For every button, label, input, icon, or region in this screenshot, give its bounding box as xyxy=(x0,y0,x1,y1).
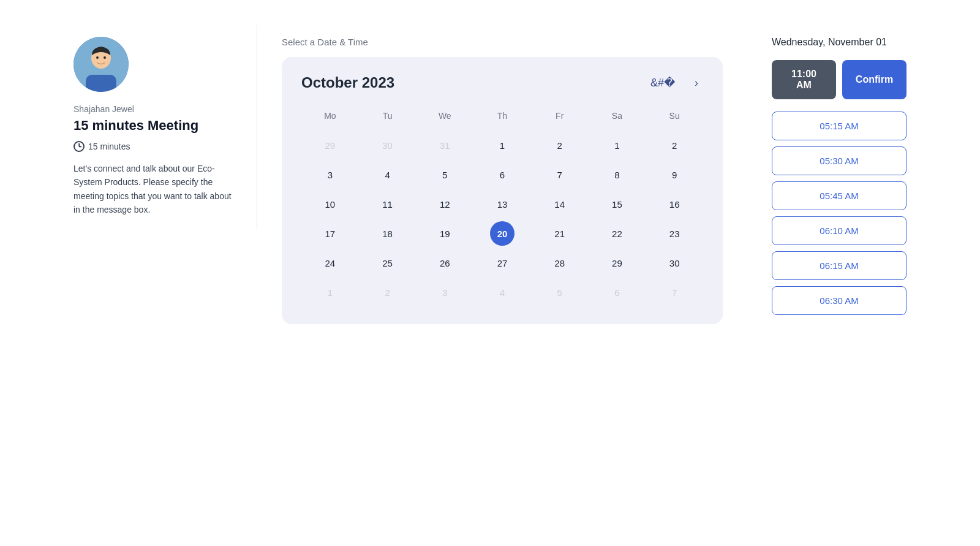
day-cell[interactable]: 1 xyxy=(490,133,514,157)
day-cell[interactable]: 30 xyxy=(662,251,687,275)
calendar-month: October 2023 xyxy=(301,74,394,91)
day-cell: 1 xyxy=(318,280,342,305)
day-cell[interactable]: 7 xyxy=(548,162,572,187)
day-cell: 6 xyxy=(605,280,629,305)
chevron-right-icon: › xyxy=(695,77,698,88)
prev-month-button[interactable]: &#� xyxy=(646,75,680,91)
day-cell[interactable]: 4 xyxy=(375,162,400,187)
day-cell[interactable]: 2 xyxy=(548,133,572,157)
day-cell[interactable]: 8 xyxy=(605,162,629,187)
day-cell[interactable]: 5 xyxy=(432,162,457,187)
time-slot-0610am[interactable]: 06:10 AM xyxy=(772,216,907,245)
day-cell: 31 xyxy=(432,133,457,157)
day-cell: 2 xyxy=(375,280,400,305)
day-header-mo: Mo xyxy=(301,106,359,131)
time-slots-list: 05:15 AM 05:30 AM 05:45 AM 06:10 AM 06:1… xyxy=(772,112,907,315)
calendar-grid: Mo Tu We Th Fr Sa Su 29 30 31 1 2 1 2 3 … xyxy=(301,106,703,307)
time-slot-0515am[interactable]: 05:15 AM xyxy=(772,112,907,140)
day-cell[interactable]: 21 xyxy=(548,221,572,246)
day-cell[interactable]: 9 xyxy=(662,162,687,187)
day-header-tu: Tu xyxy=(359,106,417,131)
day-cell-selected[interactable]: 20 xyxy=(490,221,514,246)
day-cell[interactable]: 23 xyxy=(662,221,687,246)
time-slot-0530am[interactable]: 05:30 AM xyxy=(772,146,907,175)
right-panel: Wednesday, November 01 11:00 AM Confirm … xyxy=(747,25,919,333)
time-slot-0545am[interactable]: 05:45 AM xyxy=(772,181,907,210)
day-cell: 7 xyxy=(662,280,687,305)
svg-point-4 xyxy=(96,56,99,59)
page-layout: Shajahan Jewel 15 minutes Meeting 15 min… xyxy=(61,25,919,336)
day-cell[interactable]: 16 xyxy=(662,192,687,216)
day-cell[interactable]: 13 xyxy=(490,192,514,216)
center-panel: Select a Date & Time October 2023 &#� › … xyxy=(257,25,747,336)
chevron-left-icon: &#� xyxy=(650,77,675,88)
time-controls: 11:00 AM Confirm xyxy=(772,60,907,99)
day-cell[interactable]: 17 xyxy=(318,221,342,246)
day-cell: 3 xyxy=(432,280,457,305)
day-cell[interactable]: 11 xyxy=(375,192,400,216)
day-cell[interactable]: 25 xyxy=(375,251,400,275)
time-slot-0630am[interactable]: 06:30 AM xyxy=(772,286,907,315)
day-cell: 30 xyxy=(375,133,400,157)
day-cell[interactable]: 10 xyxy=(318,192,342,216)
duration-text: 15 minutes xyxy=(88,142,130,151)
description: Let's connect and talk about our Eco-Sys… xyxy=(74,162,232,217)
day-cell[interactable]: 14 xyxy=(548,192,572,216)
left-panel: Shajahan Jewel 15 minutes Meeting 15 min… xyxy=(61,25,257,229)
day-cell[interactable]: 18 xyxy=(375,221,400,246)
day-cell: 5 xyxy=(548,280,572,305)
day-cell: 4 xyxy=(490,280,514,305)
day-cell[interactable]: 2 xyxy=(662,133,687,157)
calendar-card: October 2023 &#� › Mo Tu We Th Fr Sa xyxy=(282,57,723,324)
day-cell[interactable]: 22 xyxy=(605,221,629,246)
day-cell[interactable]: 24 xyxy=(318,251,342,275)
day-cell[interactable]: 12 xyxy=(432,192,457,216)
nav-buttons: &#� › xyxy=(646,75,703,91)
day-cell: 29 xyxy=(318,133,342,157)
day-header-th: Th xyxy=(473,106,531,131)
meeting-title: 15 minutes Meeting xyxy=(74,118,232,134)
day-cell[interactable]: 19 xyxy=(432,221,457,246)
svg-point-5 xyxy=(104,56,106,59)
day-header-we: We xyxy=(416,106,473,131)
selected-date: Wednesday, November 01 xyxy=(772,37,907,48)
confirm-button[interactable]: Confirm xyxy=(842,60,907,99)
day-cell[interactable]: 29 xyxy=(605,251,629,275)
day-cell[interactable]: 15 xyxy=(605,192,629,216)
clock-icon xyxy=(74,141,85,152)
time-slot-0615am[interactable]: 06:15 AM xyxy=(772,251,907,280)
day-header-fr: Fr xyxy=(531,106,589,131)
day-header-sa: Sa xyxy=(589,106,646,131)
day-cell[interactable]: 27 xyxy=(490,251,514,275)
day-cell[interactable]: 3 xyxy=(318,162,342,187)
calendar-header: October 2023 &#� › xyxy=(301,74,703,91)
day-cell[interactable]: 6 xyxy=(490,162,514,187)
next-month-button[interactable]: › xyxy=(690,75,703,91)
host-name: Shajahan Jewel xyxy=(74,104,232,114)
day-cell[interactable]: 26 xyxy=(432,251,457,275)
day-cell[interactable]: 28 xyxy=(548,251,572,275)
day-header-su: Su xyxy=(646,106,703,131)
avatar xyxy=(74,37,129,92)
duration-row: 15 minutes xyxy=(74,141,232,152)
section-label: Select a Date & Time xyxy=(282,37,723,47)
day-cell[interactable]: 1 xyxy=(605,133,629,157)
selected-time-button[interactable]: 11:00 AM xyxy=(772,60,836,99)
